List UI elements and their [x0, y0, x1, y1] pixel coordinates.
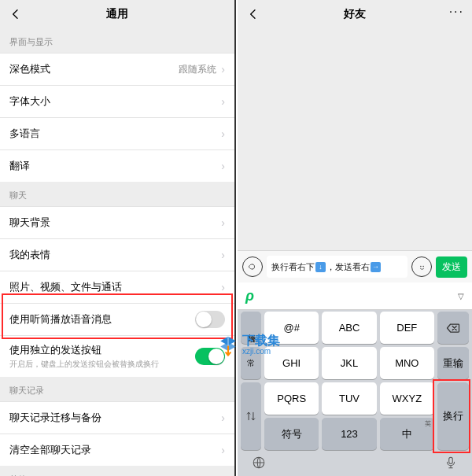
key-def[interactable]: DEF	[380, 312, 434, 344]
chevron-right-icon: ›	[221, 127, 225, 140]
key-wxyz[interactable]: WXYZ	[380, 382, 434, 415]
row-send-button[interactable]: 使用独立的发送按钮 开启后，键盘上的发送按钮会被替换成换行	[0, 335, 234, 377]
key-at[interactable]: @#	[264, 312, 319, 344]
chevron-right-icon: ›	[221, 216, 225, 229]
earpiece-toggle[interactable]	[195, 311, 225, 328]
settings-list: 界面与显示 深色模式 跟随系统 › 字体大小 › 多语言 › 翻译 › 聊天 聊…	[0, 28, 234, 476]
globe-icon[interactable]	[252, 456, 266, 473]
key-zhong-label: 中	[402, 427, 412, 441]
key-jkl[interactable]: JKL	[322, 347, 376, 379]
chevron-right-icon: ›	[221, 411, 225, 424]
right-header: 好友 ···	[238, 0, 472, 28]
chevron-right-icon: ›	[221, 95, 225, 108]
chevron-right-icon: ›	[221, 281, 225, 293]
row-font-size[interactable]: 字体大小 ›	[0, 85, 234, 117]
key-phrase[interactable]: 短语	[241, 312, 261, 344]
key-lang-switch[interactable]	[241, 382, 261, 450]
left-header: 通用	[0, 0, 234, 28]
row-translate[interactable]: 翻译 ›	[0, 149, 234, 182]
key-ghi[interactable]: GHI	[264, 347, 319, 379]
input-bar: 换行看右下 ↓ ，发送看右 → 发送	[238, 250, 472, 282]
row-label: 聊天记录迁移与备份	[9, 411, 101, 425]
send-button-toggle[interactable]	[195, 348, 225, 365]
row-label: 清空全部聊天记录	[9, 443, 91, 457]
key-reinput[interactable]: 重输	[437, 347, 469, 379]
emoji-icon[interactable]	[411, 256, 432, 277]
row-migrate[interactable]: 聊天记录迁移与备份 ›	[0, 401, 234, 434]
key-123[interactable]: 123	[322, 418, 376, 450]
row-chat-bg[interactable]: 聊天背景 ›	[0, 206, 234, 238]
row-clear-history[interactable]: 清空全部聊天记录 ›	[0, 434, 234, 466]
keyboard: ρ ▽ 短语 常 @# ABC DEF GHI JKL MNO PQRS T	[238, 282, 472, 476]
section-other: 其他	[0, 466, 234, 476]
key-pqrs[interactable]: PQRS	[264, 382, 319, 415]
message-input[interactable]: 换行看右下 ↓ ，发送看右 →	[267, 256, 407, 278]
svg-rect-3	[449, 457, 453, 463]
row-label: 翻译	[9, 159, 30, 173]
key-abc[interactable]: ABC	[322, 312, 376, 344]
row-label: 使用独立的发送按钮	[9, 343, 159, 357]
row-dark-mode[interactable]: 深色模式 跟随系统 ›	[0, 53, 234, 85]
mic-icon[interactable]	[444, 456, 458, 473]
key-tuv[interactable]: TUV	[322, 382, 376, 415]
chevron-right-icon: ›	[221, 160, 225, 172]
chevron-right-icon: ›	[221, 63, 225, 76]
row-language[interactable]: 多语言 ›	[0, 117, 234, 149]
keyboard-main: @# ABC DEF GHI JKL MNO PQRS TUV WXYZ 符号 …	[264, 312, 434, 450]
left-title: 通用	[106, 7, 128, 21]
chat-area[interactable]	[238, 28, 472, 262]
section-history: 聊天记录	[0, 377, 234, 401]
settings-pane: 通用 界面与显示 深色模式 跟随系统 › 字体大小 › 多语言 › 翻译 › 聊…	[0, 0, 234, 476]
row-label: 使用听筒播放语音消息	[9, 312, 112, 327]
row-label: 聊天背景	[9, 216, 50, 230]
chevron-down-icon[interactable]: ▽	[458, 292, 464, 301]
arrow-right-icon: →	[371, 262, 381, 272]
svg-point-1	[422, 265, 424, 267]
right-title: 好友	[344, 7, 366, 21]
chat-pane: 好友 ··· 换行看右下 ↓ ，发送看右 → 发送 ρ ▽ 短语 常	[238, 0, 472, 476]
msg-text-b: ，发送看右	[326, 261, 370, 273]
row-media[interactable]: 照片、视频、文件与通话 ›	[0, 271, 234, 303]
row-label: 深色模式	[9, 62, 50, 76]
back-button[interactable]	[6, 5, 25, 24]
msg-text-a: 换行看右下	[271, 261, 315, 273]
pane-divider	[234, 0, 236, 476]
row-desc: 开启后，键盘上的发送按钮会被替换成换行	[9, 359, 159, 370]
section-ui: 界面与显示	[0, 28, 234, 53]
row-earpiece[interactable]: 使用听筒播放语音消息	[0, 303, 234, 335]
key-newline[interactable]: 换行	[437, 382, 469, 450]
key-symbol[interactable]: 符号	[264, 418, 319, 450]
key-delete[interactable]	[437, 312, 469, 344]
row-label: 多语言	[9, 127, 40, 141]
row-stickers[interactable]: 我的表情 ›	[0, 238, 234, 271]
row-label: 照片、视频、文件与通话	[9, 280, 122, 294]
key-mno[interactable]: MNO	[380, 347, 434, 379]
keyboard-logo-icon: ρ	[245, 288, 254, 304]
chevron-right-icon: ›	[221, 249, 225, 261]
key-zhong-sup: 英	[425, 419, 431, 428]
voice-input-icon[interactable]	[242, 256, 263, 277]
key-common[interactable]: 常	[241, 347, 261, 379]
key-zhong[interactable]: 中 英	[380, 418, 434, 450]
back-button[interactable]	[244, 5, 263, 24]
row-label: 字体大小	[9, 94, 50, 109]
keyboard-left-column: 短语 常	[241, 312, 261, 450]
keyboard-right-column: 重输 换行	[437, 312, 469, 450]
keyboard-toolbar[interactable]: ρ ▽	[238, 282, 472, 310]
keyboard-bottom	[238, 452, 472, 476]
more-button[interactable]: ···	[449, 5, 464, 19]
row-value: 跟随系统	[179, 63, 216, 76]
chevron-right-icon: ›	[221, 444, 225, 456]
section-chat: 聊天	[0, 182, 234, 206]
arrow-down-icon: ↓	[315, 262, 326, 272]
row-label: 我的表情	[9, 248, 50, 262]
send-button[interactable]: 发送	[436, 256, 467, 278]
svg-point-0	[420, 265, 422, 267]
